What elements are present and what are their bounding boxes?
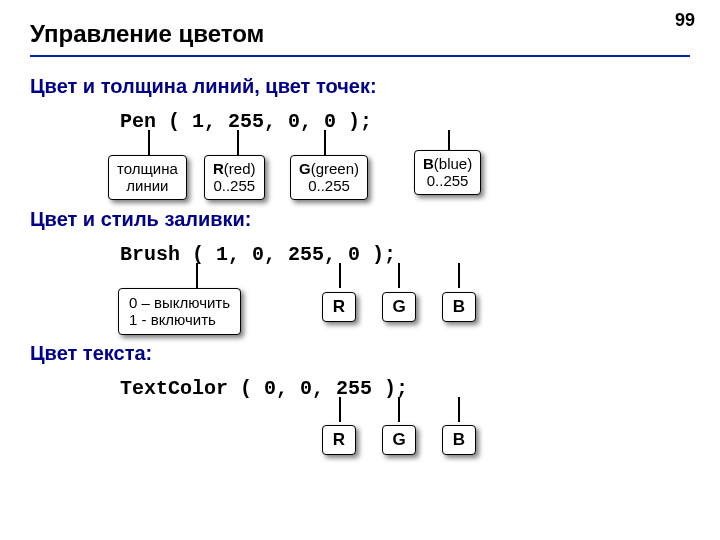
callout-blue-range: 0..255 <box>427 172 469 189</box>
pointer <box>196 263 198 288</box>
section-heading-brush: Цвет и стиль заливки: <box>30 208 252 231</box>
callout-thickness: толщина линии <box>108 155 187 200</box>
pointer <box>237 130 239 155</box>
callout-switch-line2: 1 - включить <box>129 311 216 328</box>
pointer <box>324 130 326 155</box>
badge-r-1: R <box>322 292 356 322</box>
callout-green-bold: G <box>299 160 311 177</box>
callout-green: G(green) 0..255 <box>290 155 368 200</box>
pointer <box>398 397 400 422</box>
callout-red-bold: R <box>213 160 224 177</box>
pointer <box>339 397 341 422</box>
callout-red-rest: (red) <box>224 160 256 177</box>
page-number: 99 <box>675 10 695 31</box>
code-pen: Pen ( 1, 255, 0, 0 ); <box>120 110 372 133</box>
badge-r-2: R <box>322 425 356 455</box>
callout-text: толщина линии <box>117 160 178 194</box>
badge-b-1: B <box>442 292 476 322</box>
pointer <box>398 263 400 288</box>
callout-blue-bold: B <box>423 155 434 172</box>
badge-b-2: B <box>442 425 476 455</box>
callout-red-range: 0..255 <box>213 177 255 194</box>
section-heading-pen: Цвет и толщина линий, цвет точек: <box>30 75 377 98</box>
title-rule <box>30 55 690 57</box>
callout-green-rest: (green) <box>311 160 359 177</box>
badge-g-2: G <box>382 425 416 455</box>
callout-switch: 0 – выключить 1 - включить <box>118 288 241 335</box>
pointer <box>458 397 460 422</box>
pointer <box>148 130 150 155</box>
callout-red: R(red) 0..255 <box>204 155 265 200</box>
callout-blue: B(blue) 0..255 <box>414 150 481 195</box>
code-textcolor: TextColor ( 0, 0, 255 ); <box>120 377 408 400</box>
code-brush: Brush ( 1, 0, 255, 0 ); <box>120 243 396 266</box>
section-heading-textcolor: Цвет текста: <box>30 342 152 365</box>
badge-g-1: G <box>382 292 416 322</box>
pointer <box>458 263 460 288</box>
page-title: Управление цветом <box>30 20 264 48</box>
pointer <box>339 263 341 288</box>
callout-green-range: 0..255 <box>308 177 350 194</box>
callout-blue-rest: (blue) <box>434 155 472 172</box>
callout-switch-line1: 0 – выключить <box>129 294 230 311</box>
